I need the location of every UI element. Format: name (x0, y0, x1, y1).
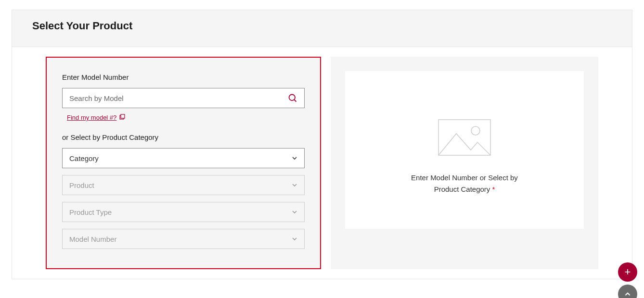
search-icon (288, 93, 297, 103)
card-header: Select Your Product (12, 10, 632, 47)
product-type-select: Product Type (62, 202, 305, 222)
svg-point-5 (471, 126, 480, 135)
model-number-select: Model Number (62, 229, 305, 249)
search-button[interactable] (283, 88, 303, 108)
chevron-down-icon (292, 235, 297, 243)
chevron-down-icon (292, 208, 297, 216)
model-number-select-value: Model Number (69, 235, 116, 243)
model-number-label: Enter Model Number (62, 73, 305, 81)
find-model-link[interactable]: Find my model #? (67, 114, 125, 121)
svg-line-1 (295, 100, 296, 102)
preview-prompt-line1: Enter Model Number or Select by (411, 174, 518, 182)
product-selector-card: Select Your Product Enter Model Number F… (12, 10, 632, 279)
chevron-down-icon (292, 181, 297, 189)
card-body: Enter Model Number Find my model #? (12, 47, 632, 279)
svg-rect-3 (121, 114, 125, 118)
right-preview-panel: Enter Model Number or Select by Product … (331, 57, 598, 269)
product-select-value: Product (69, 181, 94, 189)
product-type-select-value: Product Type (69, 208, 112, 216)
popup-icon (119, 114, 125, 121)
page-title: Select Your Product (32, 20, 612, 32)
category-select-value: Category (69, 154, 99, 162)
svg-rect-4 (438, 120, 490, 155)
plus-icon: + (625, 266, 631, 278)
required-asterisk: * (492, 185, 495, 193)
product-select: Product (62, 175, 305, 195)
fab-scroll-top-button[interactable] (618, 285, 637, 298)
model-search-input[interactable] (62, 88, 305, 108)
chevron-down-icon (292, 154, 297, 162)
category-select[interactable]: Category (62, 148, 305, 168)
preview-card: Enter Model Number or Select by Product … (345, 71, 584, 229)
image-placeholder-icon (438, 119, 491, 156)
chevron-up-icon (624, 291, 631, 298)
search-wrapper (62, 88, 305, 108)
category-section-label: or Select by Product Category (62, 133, 305, 141)
svg-point-0 (289, 95, 296, 101)
find-model-link-text: Find my model #? (67, 114, 116, 121)
preview-prompt: Enter Model Number or Select by Product … (374, 172, 555, 195)
fab-plus-button[interactable]: + (618, 262, 637, 282)
preview-prompt-line2: Product Category (434, 185, 490, 193)
left-form-panel: Enter Model Number Find my model #? (46, 57, 321, 269)
